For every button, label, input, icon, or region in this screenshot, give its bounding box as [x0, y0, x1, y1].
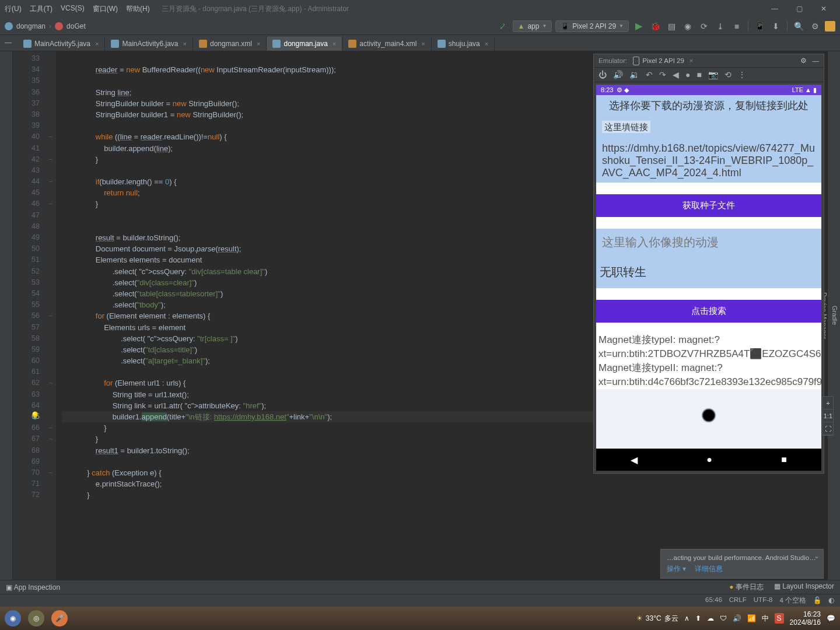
tab-dongman-xml[interactable]: dongman.xml× [193, 37, 267, 51]
nav-recent-icon[interactable]: ■ [781, 454, 787, 465]
tray-security-icon[interactable]: 🛡 [720, 614, 727, 622]
close-icon[interactable]: × [332, 40, 336, 47]
snapshot-icon[interactable]: ⟲ [724, 70, 732, 79]
left-tool-strip[interactable] [0, 51, 13, 580]
weather-widget[interactable]: ☀ 33°C 多云 [636, 614, 678, 624]
nav-home-icon[interactable]: ● [706, 454, 712, 465]
account-button[interactable] [825, 21, 835, 32]
maximize-button[interactable]: ▢ [788, 2, 811, 15]
zoom-controls: + 1:1 ⛶ [822, 396, 834, 436]
back-icon[interactable]: ◀ [673, 70, 679, 79]
tray-volume-icon[interactable]: 🔊 [733, 614, 741, 622]
line-gutter[interactable]: 3334353637383940414243444546474849505152… [13, 51, 46, 580]
get-torrent-button[interactable]: 获取种子文件 [596, 194, 821, 217]
tab-shuju[interactable]: shuju.java× [432, 37, 495, 51]
memory-indicator[interactable]: ◐ [828, 596, 834, 605]
home-icon[interactable]: ● [685, 70, 690, 79]
collapse-icon[interactable]: — [5, 38, 12, 47]
close-icon[interactable]: × [257, 40, 260, 47]
breadcrumb-method[interactable]: doGet [66, 22, 86, 30]
tray-onedrive-icon[interactable]: ☁ [707, 614, 714, 622]
close-icon[interactable]: × [183, 40, 187, 47]
emulator-settings-icon[interactable]: ⚙ [800, 57, 807, 65]
stop-button[interactable]: ■ [730, 20, 743, 33]
tray-sogou-icon[interactable]: S [775, 613, 784, 624]
overview-icon[interactable]: ■ [696, 70, 701, 79]
taskbar-clock[interactable]: 16:23 2024/8/16 [790, 610, 821, 626]
breadcrumb[interactable]: dongman › doGet [5, 22, 86, 30]
breadcrumb-class[interactable]: dongman [16, 22, 46, 30]
tray-network-icon[interactable]: 📶 [747, 614, 756, 622]
bottom-toolbar: ▣ App Inspection ● 事件日志 Layout Inspector [0, 580, 840, 594]
emulator-screen[interactable]: 8:23 ⚙ ◆ LTE▲▮ 选择你要下载的动漫资源，复制链接到此处 这里填链接… [596, 85, 821, 471]
attach-debugger-button[interactable]: ⤓ [714, 20, 727, 33]
indent-setting[interactable]: 4 个空格 [779, 596, 806, 605]
tool-event-log[interactable]: ● 事件日志 [729, 582, 764, 592]
fold-gutter[interactable]: − − − − − − −− − [46, 51, 56, 580]
volume-up-icon[interactable]: 🔊 [613, 70, 623, 79]
close-icon[interactable]: × [421, 40, 425, 47]
minimize-button[interactable]: — [763, 2, 786, 15]
debug-button[interactable]: 🐞 [649, 20, 662, 33]
tray-usb-icon[interactable]: ⬆ [695, 614, 701, 622]
run-button[interactable]: ▶ [632, 20, 645, 33]
rotate-left-icon[interactable]: ↶ [646, 70, 653, 79]
mic-icon[interactable]: 🎤 [51, 610, 68, 626]
more-icon[interactable]: ⋮ [738, 70, 746, 79]
zoom-in-icon[interactable]: + [823, 397, 833, 410]
search-button[interactable]: 点击搜索 [596, 300, 821, 323]
menu-run[interactable]: 行(U) [5, 4, 22, 14]
rotate-right-icon[interactable]: ↷ [659, 70, 666, 79]
menu-help[interactable]: 帮助(H) [126, 4, 150, 14]
tool-layout-inspector[interactable]: Layout Inspector [774, 582, 834, 592]
sdk-manager-button[interactable]: ⬇ [769, 20, 782, 33]
nav-back-icon[interactable]: ◀ [631, 454, 638, 466]
tray-chevron-icon[interactable]: ∧ [684, 614, 690, 622]
caret-position[interactable]: 65:46 [705, 596, 722, 605]
tab-dongman-java[interactable]: dongman.java× [267, 37, 342, 51]
taskview-icon[interactable]: ◎ [28, 610, 44, 626]
volume-down-icon[interactable]: 🔉 [629, 70, 639, 79]
notif-action-link[interactable]: 操作 ▾ [667, 565, 686, 572]
file-encoding[interactable]: UTF-8 [754, 596, 773, 605]
apply-changes-button[interactable]: ⟳ [698, 20, 710, 33]
tool-gradle[interactable]: Gradle [830, 51, 840, 580]
zoom-fit-icon[interactable]: ⛶ [823, 422, 833, 435]
tab-activity-main4[interactable]: activity_main4.xml× [342, 37, 431, 51]
run-config-selector[interactable]: ▲ app ▼ [513, 20, 552, 32]
tray-ime-icon[interactable]: 中 [762, 614, 769, 624]
close-button[interactable]: ✕ [812, 2, 835, 15]
close-icon[interactable]: × [95, 40, 99, 47]
settings-button[interactable]: ⚙ [808, 20, 821, 33]
tab-mainactivity5[interactable]: MainActivity5.java× [18, 37, 105, 51]
build-notification[interactable]: …acting your build performance. Android … [660, 549, 824, 579]
tab-mainactivity6[interactable]: MainActivity6.java× [105, 37, 192, 51]
emulator-hide-icon[interactable]: — [813, 57, 820, 64]
build-icon[interactable]: ⤦ [496, 20, 509, 33]
avd-manager-button[interactable]: 📱 [753, 20, 766, 33]
notif-details-link[interactable]: 详细信息 [695, 565, 723, 572]
search-input[interactable]: 无职转生 [596, 256, 821, 288]
url-display[interactable]: https://dmhy.b168.net/topics/view/674277… [596, 139, 821, 183]
tray-notification-icon[interactable]: 💬 [827, 614, 835, 622]
readonly-icon[interactable]: 🔓 [813, 596, 821, 605]
chevron-down-icon[interactable]: ⌄ [814, 552, 820, 560]
status-time: 8:23 [601, 86, 613, 93]
line-ending[interactable]: CRLF [729, 596, 747, 605]
start-button[interactable]: ◉ [5, 610, 21, 626]
touch-cursor [702, 409, 715, 422]
screenshot-icon[interactable]: 📷 [708, 70, 718, 79]
menu-vcs[interactable]: VCS(S) [61, 4, 85, 14]
menu-tools[interactable]: 工具(T) [30, 4, 52, 14]
profile-button[interactable]: ◉ [681, 20, 694, 33]
power-icon[interactable]: ⏻ [598, 70, 607, 79]
device-icon [633, 57, 639, 65]
menu-window[interactable]: 窗口(W) [93, 4, 118, 14]
search-everywhere-button[interactable]: 🔍 [792, 20, 805, 33]
device-selector[interactable]: 📱 Pixel 2 API 29 ▼ [555, 20, 629, 32]
zoom-11-icon[interactable]: 1:1 [823, 410, 833, 422]
coverage-button[interactable]: ▤ [665, 20, 678, 33]
tool-app-inspection[interactable]: ▣ App Inspection [6, 583, 60, 592]
main-menu[interactable]: 行(U) 工具(T) VCS(S) 窗口(W) 帮助(H) [5, 4, 150, 14]
close-icon[interactable]: × [485, 40, 488, 47]
